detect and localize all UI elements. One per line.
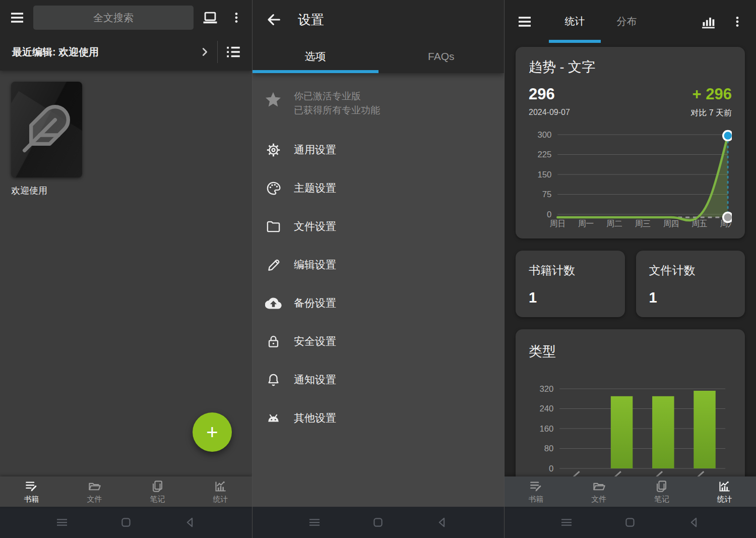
settings-item-label: 通用设置 bbox=[294, 143, 336, 157]
settings-item-label: 通知设置 bbox=[294, 373, 336, 387]
nav-item-stats[interactable]: 统计 bbox=[189, 476, 252, 507]
svg-text:80: 80 bbox=[544, 444, 554, 453]
gear-icon bbox=[266, 142, 281, 158]
star-icon bbox=[264, 90, 282, 108]
svg-text:75: 75 bbox=[542, 190, 552, 199]
pro-line1: 你已激活专业版 bbox=[294, 89, 380, 103]
android-overview-button[interactable] bbox=[598, 507, 662, 538]
stats-bottom-nav: 书籍 文件 笔记 统计 bbox=[505, 476, 756, 507]
book-count-value: 1 bbox=[529, 289, 612, 306]
type-bar-chart: 320240160800 bbox=[529, 374, 732, 476]
folder-open-icon bbox=[88, 480, 101, 493]
list-view-icon[interactable] bbox=[225, 43, 242, 61]
overflow-menu-icon[interactable] bbox=[731, 14, 744, 29]
settings-item-editor[interactable]: 编辑设置 bbox=[253, 246, 504, 284]
android-overview-button[interactable] bbox=[346, 507, 410, 538]
svg-text:320: 320 bbox=[539, 384, 553, 394]
search-input[interactable]: 全文搜索 bbox=[33, 6, 194, 30]
stats-tabs: 统计 分布 bbox=[549, 0, 653, 43]
nav-label: 笔记 bbox=[654, 495, 669, 504]
book-title: 欢迎使用 bbox=[11, 185, 82, 197]
panel-statistics: 统计 分布 趋势 - 文字 296 2024-09-07 bbox=[504, 0, 756, 538]
file-count-card: 文件计数 1 bbox=[636, 251, 745, 317]
svg-text:0: 0 bbox=[549, 464, 553, 473]
notes-icon bbox=[655, 480, 668, 493]
menu-icon[interactable] bbox=[9, 10, 25, 26]
android-back-button[interactable] bbox=[158, 507, 222, 538]
settings-item-notifications[interactable]: 通知设置 bbox=[253, 361, 504, 399]
nav-label: 文件 bbox=[87, 495, 102, 504]
settings-item-general[interactable]: 通用设置 bbox=[253, 131, 504, 169]
laptop-mode-icon[interactable] bbox=[202, 9, 219, 26]
nav-item-books[interactable]: 书籍 bbox=[0, 476, 63, 507]
settings-item-theme[interactable]: 主题设置 bbox=[253, 169, 504, 207]
nav-item-files[interactable]: 文件 bbox=[63, 476, 126, 507]
tab-faqs[interactable]: FAQs bbox=[379, 39, 505, 73]
svg-text:300: 300 bbox=[537, 130, 551, 140]
settings-item-label: 安全设置 bbox=[294, 334, 336, 348]
settings-item-other[interactable]: 其他设置 bbox=[253, 399, 504, 437]
svg-text:150: 150 bbox=[537, 170, 551, 180]
settings-item-label: 编辑设置 bbox=[294, 258, 336, 272]
svg-text:240: 240 bbox=[539, 404, 553, 413]
back-arrow-icon[interactable] bbox=[266, 12, 282, 28]
android-overview-button[interactable] bbox=[94, 507, 158, 538]
android-menu-button[interactable] bbox=[30, 507, 94, 538]
add-book-fab[interactable]: + bbox=[193, 412, 232, 452]
stitched-screenshots: 全文搜索 最近编辑: 欢迎使用 bbox=[0, 0, 756, 538]
book-item[interactable]: 欢迎使用 bbox=[11, 82, 241, 197]
active-tab-indicator bbox=[253, 70, 379, 73]
nav-item-notes[interactable]: 笔记 bbox=[631, 476, 694, 507]
android-navbar bbox=[0, 507, 252, 538]
nav-item-notes[interactable]: 笔记 bbox=[126, 476, 189, 507]
nav-label: 书籍 bbox=[528, 495, 543, 504]
android-menu-button[interactable] bbox=[283, 507, 346, 538]
android-navbar bbox=[505, 507, 756, 538]
android-back-button[interactable] bbox=[662, 507, 726, 538]
book-count-card: 书籍计数 1 bbox=[516, 251, 625, 317]
svg-text:周一: 周一 bbox=[578, 219, 594, 228]
type-card: 类型 320240160800 bbox=[516, 329, 745, 476]
nav-item-books[interactable]: 书籍 bbox=[505, 476, 568, 507]
svg-text:周三: 周三 bbox=[635, 219, 651, 228]
books-grid: 欢迎使用 + bbox=[0, 71, 252, 476]
settings-item-label: 主题设置 bbox=[294, 181, 336, 195]
stats-content: 趋势 - 文字 296 2024-09-07 + 296 对比 7 天前 300… bbox=[505, 43, 756, 476]
tab-distribution[interactable]: 分布 bbox=[601, 0, 653, 43]
settings-item-label: 其他设置 bbox=[294, 411, 336, 425]
type-card-title: 类型 bbox=[529, 342, 732, 361]
palette-icon bbox=[266, 181, 281, 196]
nav-label: 统计 bbox=[213, 495, 228, 504]
settings-item-files[interactable]: 文件设置 bbox=[253, 207, 504, 246]
nav-item-stats[interactable]: 统计 bbox=[693, 476, 756, 507]
folder-icon bbox=[266, 219, 281, 234]
notes-icon bbox=[151, 480, 164, 493]
android-menu-button[interactable] bbox=[535, 507, 598, 538]
feather-icon bbox=[20, 101, 73, 156]
recent-edited-row[interactable]: 最近编辑: 欢迎使用 bbox=[0, 35, 252, 69]
svg-text:周二: 周二 bbox=[606, 219, 622, 228]
tab-options[interactable]: 选项 bbox=[253, 39, 379, 73]
stats-icon bbox=[718, 480, 731, 493]
chart-type-icon[interactable] bbox=[700, 13, 717, 30]
pro-status-row[interactable]: 你已激活专业版 已获得所有专业功能 bbox=[253, 79, 504, 131]
settings-header: 设置 选项 FAQs bbox=[253, 0, 504, 73]
plus-icon: + bbox=[206, 421, 218, 444]
book-cover[interactable] bbox=[11, 82, 82, 177]
trend-delta: + 296 bbox=[690, 85, 732, 103]
settings-item-backup[interactable]: 备份设置 bbox=[253, 284, 504, 322]
settings-item-security[interactable]: 安全设置 bbox=[253, 322, 504, 361]
overflow-menu-icon[interactable] bbox=[230, 10, 243, 25]
menu-icon[interactable] bbox=[517, 14, 533, 30]
books-bottom-nav: 书籍 文件 笔记 统计 bbox=[0, 476, 252, 507]
trend-line-chart: 300225150750周日周一周二周三周四周五周六 bbox=[529, 124, 732, 231]
panel-settings: 设置 选项 FAQs 你已激活专业版 已获得所有专业功能 通用设置 bbox=[252, 0, 504, 538]
android-back-button[interactable] bbox=[410, 507, 474, 538]
book-count-label: 书籍计数 bbox=[529, 263, 612, 278]
settings-item-label: 文件设置 bbox=[294, 219, 336, 233]
chevron-right-icon[interactable] bbox=[199, 46, 210, 57]
file-count-label: 文件计数 bbox=[649, 263, 732, 278]
books-icon bbox=[25, 480, 38, 493]
nav-item-files[interactable]: 文件 bbox=[568, 476, 631, 507]
tab-statistics[interactable]: 统计 bbox=[549, 0, 601, 43]
